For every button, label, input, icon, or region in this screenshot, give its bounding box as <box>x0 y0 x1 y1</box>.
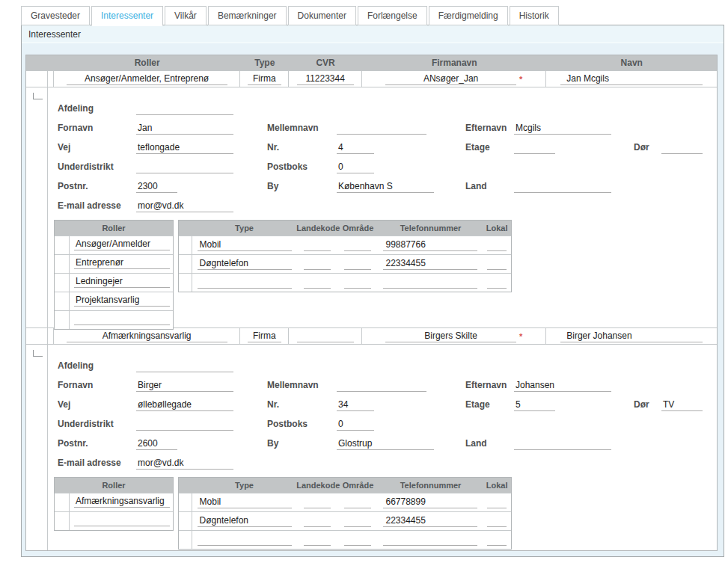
postnr-field[interactable]: 2300 <box>136 180 177 193</box>
header-omraade: Område <box>337 481 379 490</box>
afdeling-field[interactable] <box>136 360 233 372</box>
tab-bemaerkninger[interactable]: Bemærkninger <box>208 6 287 25</box>
landekode-field[interactable] <box>304 515 331 527</box>
cvr-field[interactable] <box>297 330 354 342</box>
etage-field[interactable]: 5 <box>514 399 555 411</box>
dor-label: Dør <box>634 399 659 411</box>
omraade-field[interactable] <box>344 277 371 289</box>
row-select-cell[interactable] <box>26 71 48 87</box>
vej-field[interactable]: teflongade <box>136 141 233 154</box>
landekode-field[interactable] <box>304 239 331 251</box>
efternavn-field[interactable]: Johansen <box>514 379 611 392</box>
telefon-type-field[interactable]: Døgntelefon <box>198 258 292 270</box>
postnr-field[interactable]: 2600 <box>136 437 177 450</box>
tab-faerdigmelding[interactable]: Færdigmelding <box>429 6 508 25</box>
telefonnummer-field[interactable] <box>383 277 477 289</box>
roller-field[interactable]: Afmærkningsansvarlig <box>74 496 170 508</box>
mellemnavn-field[interactable] <box>337 122 426 135</box>
omraade-field[interactable] <box>344 515 371 527</box>
telefonnummer-field[interactable] <box>383 534 477 546</box>
fornavn-field[interactable]: Birger <box>136 379 233 392</box>
roller-summary-field[interactable]: Ansøger/Anmelder, Entreprenø <box>67 73 227 85</box>
roller-field[interactable]: Entreprenør <box>74 257 170 269</box>
telefon-type-field[interactable] <box>198 534 292 546</box>
omraade-field[interactable] <box>344 534 371 546</box>
by-field[interactable]: København S <box>337 180 434 193</box>
mellemnavn-field[interactable] <box>337 379 426 392</box>
lokal-field[interactable] <box>487 515 507 527</box>
type-field[interactable]: Firma <box>248 330 281 342</box>
lokal-field[interactable] <box>487 258 507 270</box>
firmanavn-field[interactable]: ANsøger_Jan <box>385 73 516 85</box>
roller-field[interactable] <box>74 514 170 526</box>
underdistrikt-field[interactable] <box>136 161 233 173</box>
navn-field[interactable]: Jan Mcgils <box>560 73 703 85</box>
telefonnummer-field[interactable]: 99887766 <box>383 239 477 251</box>
collapse-expander-icon[interactable] <box>33 93 43 99</box>
cvr-field[interactable]: 11223344 <box>297 73 354 85</box>
collapse-expander-icon[interactable] <box>33 350 43 357</box>
roller-field[interactable]: Ansøger/Anmelder <box>74 239 170 250</box>
lokal-field[interactable] <box>487 534 507 546</box>
lokal-field[interactable] <box>487 239 507 251</box>
telefonnummer-field[interactable]: 66778899 <box>383 496 477 508</box>
telefon-type-field[interactable] <box>198 277 292 289</box>
tab-historik[interactable]: Historik <box>510 6 559 25</box>
omraade-field[interactable] <box>344 239 371 251</box>
email-field[interactable]: mor@vd.dk <box>136 457 233 470</box>
roller-row <box>55 511 173 530</box>
postboks-field[interactable]: 0 <box>337 418 374 431</box>
navn-field[interactable]: Birger Johansen <box>560 330 703 342</box>
roller-field[interactable]: Ledningejer <box>74 276 170 288</box>
nr-label: Nr. <box>267 399 334 411</box>
by-label: By <box>267 437 334 450</box>
tab-dokumenter[interactable]: Dokumenter <box>288 6 356 25</box>
telefonnummer-field[interactable]: 22334455 <box>383 515 477 527</box>
landekode-field[interactable] <box>304 496 331 508</box>
omraade-field[interactable] <box>344 258 371 270</box>
land-field[interactable] <box>514 180 611 193</box>
firmanavn-field[interactable]: Birgers Skilte <box>385 330 516 342</box>
header-telefon-type: Type <box>192 224 296 233</box>
tab-forlaengelse[interactable]: Forlængelse <box>358 6 427 25</box>
header-telefonnummer: Telefonnummer <box>379 224 483 233</box>
dor-field[interactable] <box>661 141 703 154</box>
interessent-detail: Afdeling Fornavn Jan Mellemnavn Efternav… <box>26 87 717 327</box>
telefon-type-field[interactable]: Døgntelefon <box>198 515 292 527</box>
lokal-field[interactable] <box>487 277 507 289</box>
etage-field[interactable] <box>514 141 555 154</box>
tab-interessenter[interactable]: Interessenter <box>91 6 163 26</box>
telefon-type-field[interactable]: Mobil <box>198 239 292 251</box>
by-field[interactable]: Glostrup <box>337 437 434 450</box>
roller-summary-field[interactable]: Afmærkningsansvarlig <box>67 330 227 342</box>
underdistrikt-label: Underdistrikt <box>58 418 132 431</box>
land-field[interactable] <box>514 437 611 450</box>
roller-field[interactable]: Projektansvarlig <box>74 295 170 307</box>
roller-row: Ledningejer <box>55 273 173 292</box>
tab-vilkaar[interactable]: Vilkår <box>165 6 207 25</box>
landekode-field[interactable] <box>304 258 331 270</box>
afdeling-field[interactable] <box>136 102 233 115</box>
row-select-cell[interactable] <box>26 328 48 344</box>
fornavn-field[interactable]: Jan <box>136 122 233 135</box>
detail-form: Afdeling Fornavn Jan Mellemnavn Efternav… <box>48 87 717 327</box>
lokal-field[interactable] <box>487 496 507 508</box>
landekode-field[interactable] <box>304 277 331 289</box>
roller-field[interactable] <box>74 313 170 325</box>
landekode-field[interactable] <box>304 534 331 546</box>
email-label: E-mail adresse <box>58 200 132 212</box>
roller-row: Projektansvarlig <box>55 292 173 310</box>
type-field[interactable]: Firma <box>248 73 281 85</box>
telefon-type-field[interactable]: Mobil <box>198 496 292 508</box>
postboks-field[interactable]: 0 <box>337 161 374 173</box>
dor-field[interactable]: TV <box>661 399 703 411</box>
email-field[interactable]: mor@vd.dk <box>136 200 233 212</box>
omraade-field[interactable] <box>344 496 371 508</box>
telefonnummer-field[interactable]: 22334455 <box>383 258 477 270</box>
vej-field[interactable]: øllebøllegade <box>136 399 233 411</box>
tab-gravesteder[interactable]: Gravesteder <box>21 6 90 25</box>
underdistrikt-field[interactable] <box>136 418 233 431</box>
efternavn-field[interactable]: Mcgils <box>514 122 611 135</box>
nr-field[interactable]: 34 <box>337 399 374 411</box>
nr-field[interactable]: 4 <box>337 141 374 154</box>
